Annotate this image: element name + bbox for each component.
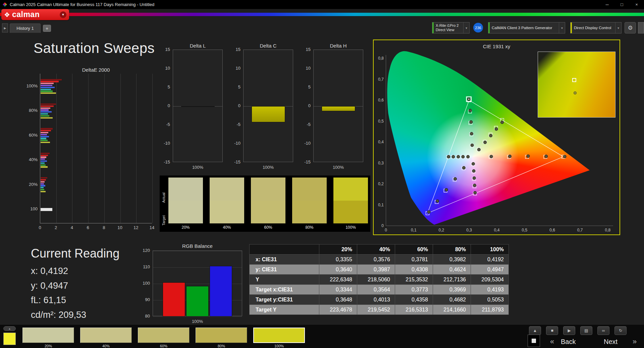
actual-swatch: [292, 178, 327, 201]
value-cell: 214,1660: [433, 305, 471, 315]
y-tick-label: -15: [296, 159, 311, 164]
deltae-bar: [41, 106, 54, 107]
green-bar: [186, 286, 209, 317]
back-chevron-icon[interactable]: «: [550, 337, 554, 346]
y-tick-label: 80: [135, 314, 150, 319]
deltae-bar: [41, 208, 52, 211]
calman-diamond-icon: ❖: [4, 11, 10, 18]
swatch-column-40%: [210, 178, 244, 223]
chevron-down-icon[interactable]: ▾: [559, 22, 565, 33]
saturation-swatch-60%[interactable]: [138, 328, 190, 343]
yellow-measured-marker: [484, 141, 487, 144]
add-tab-button[interactable]: +: [43, 25, 51, 32]
eject-icon[interactable]: ▲: [529, 326, 541, 335]
cie-zoom-inset: [538, 52, 615, 118]
deltae-bar: [41, 81, 59, 82]
magenta-measured-marker: [472, 162, 475, 165]
calman-logo[interactable]: ❖ calman ▾: [1, 9, 69, 20]
row-label: Y: [250, 275, 319, 285]
saturation-swatch-20%[interactable]: [22, 328, 74, 343]
link-icon[interactable]: ∞: [597, 326, 609, 335]
blue-measured-marker: [463, 166, 466, 169]
deltae-bar: [41, 166, 48, 167]
x-tick-label: 2: [51, 225, 61, 230]
group-label: 100: [10, 206, 38, 211]
saturation-swatch-100%[interactable]: [253, 328, 305, 343]
logo-menu-chevron-icon[interactable]: ▾: [60, 11, 66, 18]
pattern-generator-label: CalMAN Client 3 Pattern Generator: [490, 26, 554, 30]
next-button[interactable]: Next: [604, 338, 618, 346]
deltae-bar: [41, 181, 45, 183]
deltae-bar: [41, 153, 50, 154]
reading-fl: fL: 61,15: [31, 293, 86, 308]
settings-gear-button[interactable]: ⚙: [625, 22, 636, 33]
x-category-label: 100%: [153, 319, 242, 324]
deltae-bar: [41, 189, 44, 190]
deltae-bar: [41, 79, 62, 80]
group-label: 80%: [10, 108, 38, 113]
value-cell: 0,4947: [471, 265, 509, 275]
cyan-measured-marker: [452, 155, 455, 158]
display-control-dropdown[interactable]: Direct Display Control ▾: [570, 22, 622, 33]
group-label: 20%: [10, 182, 38, 187]
red-measured-marker: [490, 155, 493, 158]
next-chevron-icon[interactable]: »: [633, 337, 637, 346]
pattern-preview-square: [532, 339, 536, 343]
value-cell: 0,3648: [319, 295, 357, 305]
delta-l-chart: [173, 50, 223, 162]
saturation-swatch-80%[interactable]: [196, 328, 247, 343]
yellow-measured-marker: [478, 148, 481, 151]
tab-history-1[interactable]: History 1: [10, 23, 41, 33]
tab-history-1-label: History 1: [16, 26, 34, 31]
save-icon[interactable]: ▤: [580, 326, 592, 335]
x-category-label: 100%: [173, 165, 223, 170]
blue-measured-marker: [445, 188, 448, 191]
swatch-column-label: 100%: [333, 225, 368, 230]
cie-x-tick: 0: [380, 228, 392, 232]
target-swatch: [251, 201, 285, 224]
value-cell: 211,8793: [471, 305, 509, 315]
meter-mode: Direct View: [436, 28, 459, 32]
y-tick-label: 5: [155, 84, 170, 89]
meter-dropdown[interactable]: X-Rite i1Pro 2 Direct View ▾: [432, 22, 470, 33]
back-button[interactable]: Back: [561, 338, 576, 346]
gridline: [72, 74, 72, 223]
chevron-down-icon[interactable]: ▾: [463, 22, 469, 33]
stop-icon[interactable]: ■: [546, 326, 558, 335]
minimize-button[interactable]: ─: [600, 0, 614, 9]
table-corner: [250, 245, 319, 255]
rgb-balance-chart: [153, 251, 242, 316]
window-title: Calman 2025 Calman Ultimate for Business…: [10, 2, 154, 7]
gridline: [136, 74, 137, 223]
side-panel-button[interactable]: [638, 22, 644, 33]
cie-y-tick: 0: [374, 223, 384, 228]
close-button[interactable]: ×: [629, 0, 644, 9]
y-tick-label: 10: [296, 66, 311, 71]
y-tick-label: -15: [155, 159, 170, 164]
deltae-bar: [41, 183, 44, 185]
saturation-swatch-40%[interactable]: [80, 328, 132, 343]
restore-button[interactable]: □: [614, 0, 629, 9]
pattern-generator-dropdown[interactable]: CalMAN Client 3 Pattern Generator ▾: [488, 22, 565, 33]
pattern-preview[interactable]: [528, 335, 540, 347]
deltae-bar: [41, 92, 56, 94]
deltae-bar: [41, 117, 53, 119]
history-nav-button[interactable]: ▶: [2, 23, 8, 32]
y-tick-label: 0: [296, 103, 311, 108]
cie-x-tick: 0,3: [463, 228, 475, 232]
column-header: 20%: [319, 245, 357, 255]
deltae-bar: [41, 185, 45, 186]
value-cell: 0,3640: [319, 265, 357, 275]
deltae-bar: [41, 115, 49, 117]
refresh-icon[interactable]: ↻: [614, 326, 627, 335]
x-tick-label: 0: [35, 225, 45, 230]
cie-x-tick: 0,7: [574, 228, 586, 232]
collapse-panel-button[interactable]: ▲: [3, 326, 16, 331]
calman-logo-text: calman: [12, 11, 40, 18]
deltae-bar: [41, 142, 50, 143]
y-tick-label: 5: [226, 84, 240, 89]
table-row: Target Y223,4678219,5452216,5313214,1660…: [250, 305, 509, 315]
chevron-down-icon[interactable]: ▾: [615, 22, 621, 33]
red-measured-marker: [563, 155, 566, 158]
play-icon[interactable]: ▶: [563, 326, 575, 335]
